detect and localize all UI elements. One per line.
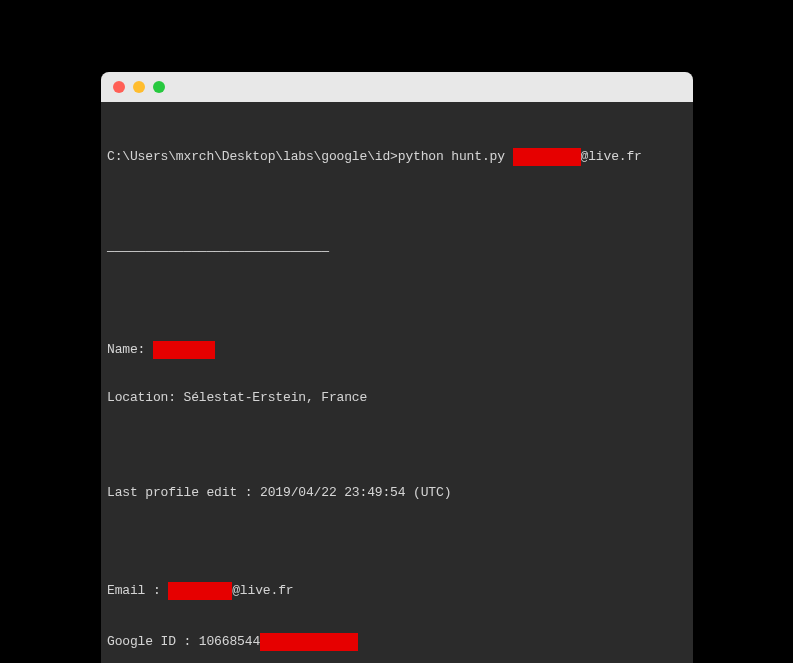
maximize-icon[interactable] — [153, 81, 165, 93]
terminal-window: C:\Users\mxrch\Desktop\labs\google\id>py… — [101, 72, 693, 663]
window-titlebar — [101, 72, 693, 102]
google-id-label: Google ID : 1066854 — [107, 634, 252, 649]
redacted-email-user — [513, 148, 581, 166]
last-edit-line: Last profile edit : 2019/04/22 23:49:54 … — [107, 485, 687, 501]
terminal-output[interactable]: C:\Users\mxrch\Desktop\labs\google\id>py… — [101, 102, 693, 663]
close-icon[interactable] — [113, 81, 125, 93]
minimize-icon[interactable] — [133, 81, 145, 93]
redacted-email — [168, 582, 232, 600]
prompt-suffix: @live.fr — [581, 149, 642, 164]
google-id-suffix: 4 — [252, 634, 260, 649]
divider-line: ————————————————————————————— — [107, 244, 687, 260]
redacted-google-id — [260, 633, 358, 651]
location-line: Location: Sélestat-Erstein, France — [107, 390, 687, 406]
email-suffix: @live.fr — [232, 583, 293, 598]
email-label: Email : — [107, 583, 168, 598]
redacted-name — [153, 341, 215, 359]
prompt-prefix: C:\Users\mxrch\Desktop\labs\google\id>py… — [107, 149, 513, 164]
name-label: Name: — [107, 342, 153, 357]
